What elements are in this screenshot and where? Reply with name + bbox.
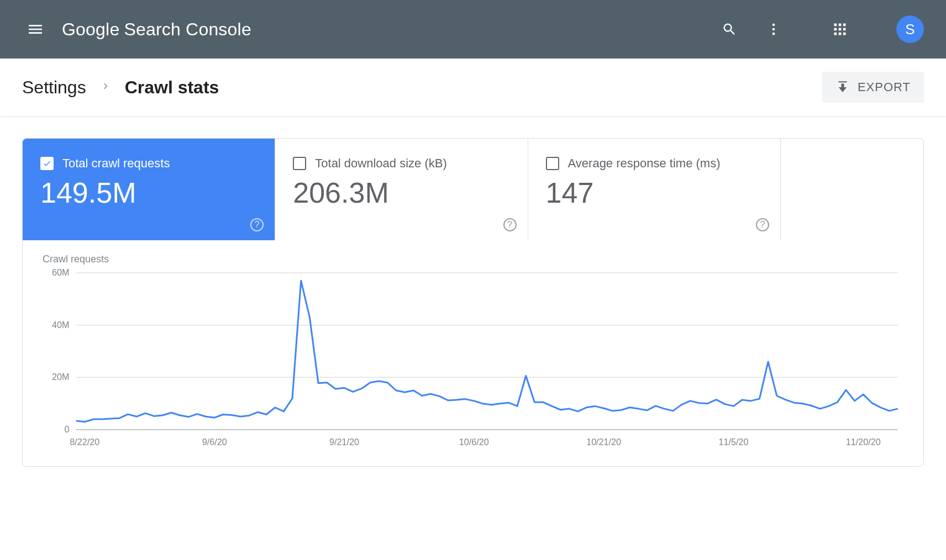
svg-rect-4	[839, 24, 842, 27]
svg-text:8/22/20: 8/22/20	[70, 437, 99, 447]
search-icon[interactable]	[714, 14, 745, 45]
breadcrumb-current: Crawl stats	[125, 77, 219, 98]
svg-rect-5	[843, 24, 846, 27]
svg-rect-11	[843, 33, 846, 35]
metric-label: Average response time (ms)	[568, 156, 721, 171]
avatar[interactable]: S	[896, 15, 924, 43]
svg-text:0: 0	[65, 424, 70, 434]
metric-value: 206.3M	[293, 176, 512, 209]
page-subheader: Settings Crawl stats EXPORT	[0, 59, 946, 116]
checkbox-unchecked-icon	[293, 157, 306, 170]
svg-text:10/21/20: 10/21/20	[586, 437, 621, 447]
svg-rect-7	[839, 28, 842, 31]
app-logo: Google Search Console	[62, 19, 251, 40]
chart-title: Crawl requests	[43, 253, 903, 265]
svg-text:11/20/20: 11/20/20	[846, 437, 881, 447]
avatar-letter: S	[905, 21, 915, 38]
checkbox-checked-icon	[40, 157, 54, 170]
svg-rect-10	[839, 33, 842, 35]
export-button[interactable]: EXPORT	[822, 72, 924, 103]
chart-area: Crawl requests 020M40M60M8/22/209/6/209/…	[23, 240, 923, 466]
metric-value: 149.5M	[40, 176, 259, 209]
download-icon	[835, 80, 850, 94]
svg-text:11/5/20: 11/5/20	[718, 437, 748, 447]
help-icon[interactable]: ?	[250, 218, 264, 231]
svg-point-1	[772, 28, 775, 31]
svg-text:9/6/20: 9/6/20	[202, 437, 227, 447]
checkbox-unchecked-icon	[546, 157, 559, 170]
svg-rect-9	[834, 33, 837, 35]
menu-icon[interactable]	[22, 16, 49, 43]
svg-rect-3	[834, 24, 837, 27]
svg-rect-6	[834, 28, 837, 31]
svg-rect-8	[843, 28, 846, 31]
export-label: EXPORT	[858, 80, 911, 94]
page-content: Total crawl requests 149.5M ? Total down…	[0, 116, 946, 489]
metric-total-download-size[interactable]: Total download size (kB) 206.3M ?	[275, 139, 528, 240]
more-icon[interactable]	[758, 14, 789, 45]
metric-average-response-time[interactable]: Average response time (ms) 147 ?	[528, 139, 781, 240]
metric-label: Total download size (kB)	[315, 156, 446, 171]
apps-icon[interactable]	[824, 14, 855, 45]
svg-point-2	[772, 33, 775, 35]
metric-tiles: Total crawl requests 149.5M ? Total down…	[23, 139, 923, 240]
svg-text:10/6/20: 10/6/20	[459, 437, 489, 447]
help-icon[interactable]: ?	[503, 218, 517, 231]
breadcrumb-parent[interactable]: Settings	[22, 77, 86, 98]
crawl-stats-card: Total crawl requests 149.5M ? Total down…	[22, 138, 924, 467]
svg-text:60M: 60M	[52, 268, 69, 277]
metric-total-crawl-requests[interactable]: Total crawl requests 149.5M ?	[23, 139, 275, 240]
metric-value: 147	[546, 176, 765, 209]
metric-label: Total crawl requests	[62, 156, 170, 171]
logo-google: Google	[62, 19, 119, 40]
svg-text:20M: 20M	[52, 372, 69, 382]
help-icon[interactable]: ?	[756, 218, 769, 231]
app-header: Google Search Console S	[0, 0, 946, 59]
svg-point-0	[772, 24, 775, 27]
logo-product: Search Console	[124, 19, 251, 40]
chevron-right-icon	[99, 79, 112, 96]
svg-text:40M: 40M	[52, 320, 69, 330]
svg-text:9/21/20: 9/21/20	[329, 437, 359, 447]
metric-placeholder	[781, 139, 923, 240]
crawl-requests-chart: 020M40M60M8/22/209/6/209/21/2010/6/2010/…	[43, 268, 903, 451]
